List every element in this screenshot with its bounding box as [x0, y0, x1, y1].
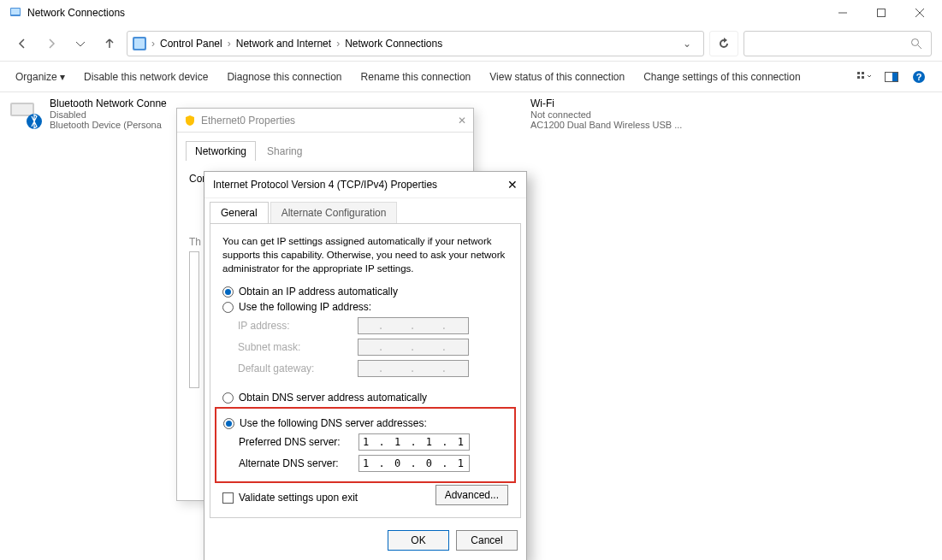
view-options-icon[interactable] [856, 69, 872, 85]
connection-name: Wi-Fi [530, 97, 682, 109]
description-text: You can get IP settings assigned automat… [222, 234, 508, 275]
cancel-button[interactable]: Cancel [456, 530, 518, 551]
breadcrumb-sep: › [151, 38, 155, 50]
dialog-title: Internet Protocol Version 4 (TCP/IPv4) P… [213, 179, 437, 191]
tab-sharing[interactable]: Sharing [258, 141, 311, 161]
command-bar: Organize ▾ Disable this network device D… [0, 62, 942, 92]
search-input[interactable] [744, 31, 932, 56]
subnet-input: . . . [358, 339, 469, 356]
svg-rect-10 [857, 72, 860, 74]
connection-item[interactable]: Wi-Fi Not connected AC1200 Dual Band Wir… [530, 97, 753, 132]
cmd-rename[interactable]: Rename this connection [361, 71, 471, 83]
cmd-status[interactable]: View status of this connection [489, 71, 625, 83]
radio-dns-auto[interactable]: Obtain DNS server address automatically [222, 392, 508, 404]
breadcrumb-item[interactable]: Network Connections [345, 38, 442, 50]
preview-pane-icon[interactable] [884, 69, 899, 85]
radio-icon [223, 418, 234, 429]
svg-rect-13 [862, 76, 864, 79]
tcpip-properties-dialog: Internet Protocol Version 4 (TCP/IPv4) P… [204, 171, 527, 560]
search-icon [910, 38, 922, 50]
shield-icon [184, 115, 196, 127]
svg-rect-15 [892, 73, 898, 81]
back-button[interactable] [10, 32, 34, 56]
connection-status: Disabled [50, 109, 167, 120]
preferred-dns-input[interactable]: 1 . 1 . 1 . 1 [358, 433, 470, 451]
svg-rect-19 [12, 104, 33, 115]
tab-networking[interactable]: Networking [186, 141, 256, 161]
svg-line-9 [918, 45, 921, 49]
control-panel-icon [133, 37, 146, 50]
breadcrumb[interactable]: › Control Panel › Network and Internet ›… [127, 31, 704, 56]
cmd-disable[interactable]: Disable this network device [84, 71, 208, 83]
connection-name: Bluetooth Network Conne [50, 97, 167, 109]
connection-device: AC1200 Dual Band Wireless USB ... [530, 120, 682, 130]
navbar: › Control Panel › Network and Internet ›… [0, 26, 942, 62]
bluetooth-adapter-icon [9, 97, 43, 132]
radio-dns-manual[interactable]: Use the following DNS server addresses: [223, 417, 507, 429]
radio-icon [222, 302, 234, 313]
cmd-diagnose[interactable]: Diagnose this connection [227, 71, 341, 83]
window-title: Network Connections [27, 7, 823, 19]
minimize-button[interactable] [823, 0, 862, 26]
close-icon[interactable]: ✕ [507, 178, 518, 192]
checkbox-icon [222, 492, 234, 504]
organize-menu[interactable]: Organize ▾ [15, 71, 65, 83]
radio-ip-auto[interactable]: Obtain an IP address automatically [222, 286, 508, 298]
svg-rect-11 [862, 72, 864, 74]
svg-point-8 [912, 38, 919, 45]
ip-address-input: . . . [358, 317, 469, 334]
breadcrumb-dropdown[interactable]: ⌄ [676, 38, 698, 50]
breadcrumb-sep: › [228, 38, 231, 50]
radio-ip-manual[interactable]: Use the following IP address: [222, 301, 508, 313]
alternate-dns-label: Alternate DNS server: [239, 457, 358, 469]
gateway-label: Default gateway: [238, 363, 358, 374]
cmd-settings[interactable]: Change settings of this connection [643, 71, 800, 83]
tab-alternate[interactable]: Alternate Configuration [270, 202, 398, 223]
svg-rect-1 [11, 9, 20, 15]
subnet-label: Subnet mask: [238, 341, 358, 353]
breadcrumb-sep: › [336, 38, 340, 50]
dialog-title: Ethernet0 Properties [201, 115, 295, 127]
radio-icon [222, 286, 234, 298]
preferred-dns-label: Preferred DNS server: [239, 436, 358, 448]
svg-rect-7 [134, 38, 145, 49]
help-icon[interactable]: ? [911, 69, 927, 85]
refresh-button[interactable] [709, 31, 738, 56]
titlebar: Network Connections [0, 0, 942, 26]
svg-text:?: ? [916, 72, 922, 82]
breadcrumb-item[interactable]: Network and Internet [236, 38, 331, 50]
svg-rect-12 [857, 76, 860, 79]
dns-highlight-box: Use the following DNS server addresses: … [215, 407, 516, 483]
connection-device: Bluetooth Device (Persona [50, 120, 167, 130]
svg-rect-3 [877, 9, 885, 17]
gateway-input: . . . [358, 360, 469, 377]
network-icon [9, 6, 22, 20]
ok-button[interactable]: OK [388, 530, 449, 551]
recent-button[interactable] [68, 32, 92, 56]
close-icon[interactable]: ✕ [458, 115, 466, 127]
tab-general[interactable]: General [210, 202, 269, 223]
forward-button[interactable] [39, 32, 63, 56]
ip-address-label: IP address: [238, 320, 358, 332]
radio-icon [222, 392, 234, 404]
up-button[interactable] [98, 32, 121, 56]
advanced-button[interactable]: Advanced... [435, 485, 508, 505]
maximize-button[interactable] [862, 0, 900, 26]
breadcrumb-item[interactable]: Control Panel [160, 38, 222, 50]
close-button[interactable] [900, 0, 939, 26]
connection-status: Not connected [530, 109, 682, 120]
alternate-dns-input[interactable]: 1 . 0 . 0 . 1 [358, 455, 470, 472]
